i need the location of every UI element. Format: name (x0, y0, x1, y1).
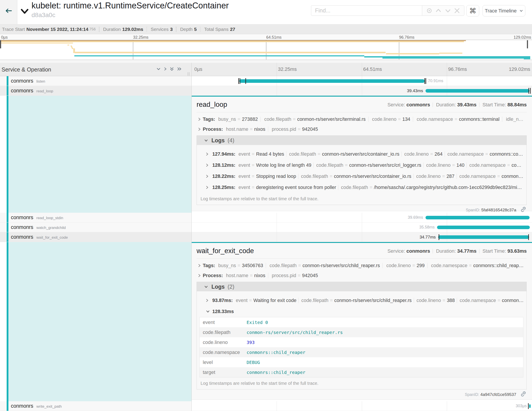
span-bar-rect[interactable] (438, 235, 529, 239)
minimap-span-segment (73, 49, 75, 53)
deep-link-icon[interactable] (520, 206, 527, 213)
operation-name: write_exit_path (36, 404, 62, 409)
operation-name: watch_grandchild (36, 225, 66, 230)
service-name: conmonrs (11, 234, 33, 240)
log-marker-tick (238, 78, 239, 84)
kv-pair: idle_n… (506, 117, 523, 122)
depth-label: Depth (180, 27, 193, 32)
span-timeline-cell[interactable]: 303µs (192, 401, 532, 411)
process-accordian[interactable]: Process:host.name=nixosprocess.pid=94204… (197, 271, 527, 281)
kv-pair: code.lineno=287 (416, 174, 454, 179)
log-entry[interactable]: 93.87ms:event=Waiting for exit codecode.… (197, 295, 526, 306)
detail-indent-fill[interactable] (9, 96, 191, 213)
log-marker-tick (245, 78, 246, 84)
log-entry[interactable]: 128.12ms:event=Wrote log line of length … (197, 160, 526, 171)
logs-header[interactable]: Logs (4) (197, 136, 526, 145)
chevron-down-icon (206, 309, 210, 313)
logs-header[interactable]: Logs (2) (197, 282, 526, 291)
minimap-gridline (133, 40, 133, 59)
divider (456, 174, 457, 179)
expand-one-icon[interactable] (163, 67, 167, 71)
kv-pair: event=Stopping read loop (238, 174, 296, 179)
equals-sign: = (252, 174, 255, 179)
log-entry[interactable]: 128.25ms:event=deregistering event sourc… (197, 182, 526, 193)
locate-icon[interactable] (426, 7, 433, 14)
equals-sign: = (293, 117, 296, 122)
minimap-span-segment (71, 47, 73, 48)
divider (466, 163, 466, 168)
service-operation-header: Service & Operation (1, 66, 51, 73)
span-row-watch-grandchild: conmonrswatch_grandchild 35.58ms (0, 223, 532, 232)
log-entry[interactable]: 128.22ms:event=Stopping read loopcode.fi… (197, 171, 526, 182)
collapse-one-icon[interactable] (156, 67, 161, 71)
tags-accordian[interactable]: Tags:busy_ns=273882code.filepath=conmon-… (197, 114, 527, 124)
span-name-cell[interactable]: conmonrswatch_grandchild (0, 223, 192, 232)
equals-sign: = (412, 263, 415, 268)
kv-pair: process.pid=942045 (272, 127, 318, 132)
detail-indent-fill[interactable] (9, 242, 191, 401)
span-row-write-exit-path: conmonrswrite_exit_path 303µs (0, 401, 532, 411)
detail-service-value: conmonrs (407, 248, 430, 254)
column-resizer-grip[interactable] (187, 72, 190, 76)
span-name-cell[interactable]: conmonrswrite_exit_path (0, 401, 192, 411)
detail-service-label: Service: (387, 102, 405, 108)
detail-meta: Service: conmonrsDuration: 39.43msStart … (387, 102, 527, 108)
minimap-scrubber-handle[interactable] (0, 40, 1, 49)
span-color-bar (7, 232, 9, 242)
kv-pair: busy_ns=34506763 (218, 263, 263, 268)
minimap-scrubber-handle[interactable] (527, 40, 528, 49)
log-entry-expanded[interactable]: 128.33ms (197, 306, 526, 317)
span-name-cell[interactable]: conmonrswait_for_exit_code (0, 232, 192, 242)
deep-link-icon[interactable] (520, 391, 527, 397)
prev-result-icon[interactable] (434, 7, 442, 15)
keyboard-shortcuts-button[interactable]: ⌘ (466, 5, 479, 16)
expand-all-icon[interactable] (177, 67, 182, 71)
kv-pair: event=Waiting for exit code (236, 298, 296, 303)
clear-find-icon[interactable] (453, 7, 461, 14)
process-accordian[interactable]: Process:host.name=nixosprocess.pid=94204… (197, 124, 527, 134)
span-bar-rect[interactable] (239, 79, 425, 83)
collapse-trace-chevron-icon[interactable] (21, 8, 28, 14)
log-fields-table: eventExited 0 code.filepathconmon-rs/ser… (200, 317, 523, 377)
span-name-cell[interactable]: conmonrsread_loop (0, 86, 192, 96)
span-bar-rect[interactable] (426, 89, 530, 93)
grid-line (362, 223, 362, 232)
divider (502, 117, 502, 122)
next-result-icon[interactable] (444, 7, 452, 15)
minimap-span-segment (0, 40, 466, 41)
total-spans-label: Total Spans (204, 27, 228, 32)
back-button[interactable] (0, 0, 17, 24)
log-field-key: event (200, 317, 244, 328)
back-arrow-icon (5, 8, 12, 14)
duration-label: Duration (103, 27, 121, 32)
log-field-key: code.filepath (200, 327, 244, 337)
span-timeline-cell[interactable]: 70.91ms (192, 76, 532, 86)
find-tools (422, 5, 464, 16)
kv-pair: busy_ns=273882 (218, 117, 258, 122)
span-name: conmonrswrite_exit_path (11, 401, 62, 411)
span-bar-rect[interactable] (426, 216, 530, 219)
span-bar-rect[interactable] (529, 404, 531, 408)
collapse-all-icon[interactable] (170, 67, 174, 71)
span-name-cell[interactable]: conmonrsread_loop_stdin (0, 213, 192, 223)
kv-pair: code.filepath=conmon-rs/server/src/termi… (264, 117, 366, 122)
span-duration-label: 35.58ms (419, 225, 435, 230)
span-timeline-cell[interactable]: 39.43ms (192, 86, 532, 96)
trace-view-selector[interactable]: Trace Timeline (483, 5, 525, 16)
span-timeline-cell[interactable]: 39.69ms (192, 213, 532, 223)
services-label: Services (151, 27, 169, 32)
divider (314, 163, 314, 168)
equals-sign: = (469, 263, 472, 268)
span-timeline-cell[interactable]: 35.58ms (192, 223, 532, 232)
span-name-cell[interactable]: conmonrslisten (0, 76, 192, 86)
span-bar-rect[interactable] (437, 225, 530, 229)
equals-sign: = (485, 151, 488, 157)
span-timeline-cell[interactable]: 34.77ms (192, 232, 532, 242)
log-field-key: level (200, 357, 244, 367)
trace-start-value: November 15 2022, 11:24:14 (26, 27, 88, 32)
find-input[interactable] (311, 5, 422, 16)
minimap-canvas[interactable] (0, 40, 532, 60)
tags-accordian[interactable]: Tags:busy_ns=34506763code.filepath=conmo… (197, 261, 527, 271)
log-entry[interactable]: 127.94ms:event=Read 4 bytescode.filepath… (197, 148, 526, 160)
detail-meta: Service: conmonrsDuration: 34.77msStart … (387, 248, 527, 254)
